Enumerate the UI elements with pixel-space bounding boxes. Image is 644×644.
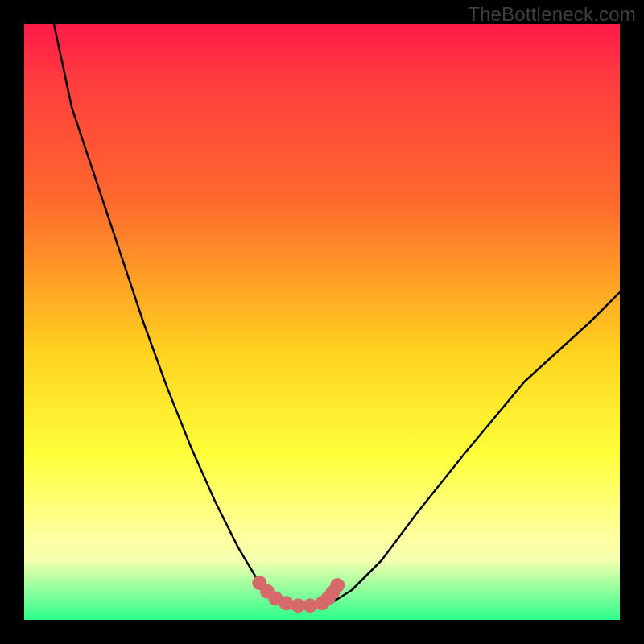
optimal-range-markers bbox=[252, 576, 345, 613]
chart-frame: TheBottleneck.com bbox=[0, 0, 644, 644]
chart-overlay bbox=[24, 24, 620, 620]
svg-point-9 bbox=[330, 578, 345, 592]
plot-area bbox=[24, 24, 620, 620]
bottleneck-curve bbox=[54, 24, 620, 608]
watermark-text: TheBottleneck.com bbox=[468, 3, 636, 26]
